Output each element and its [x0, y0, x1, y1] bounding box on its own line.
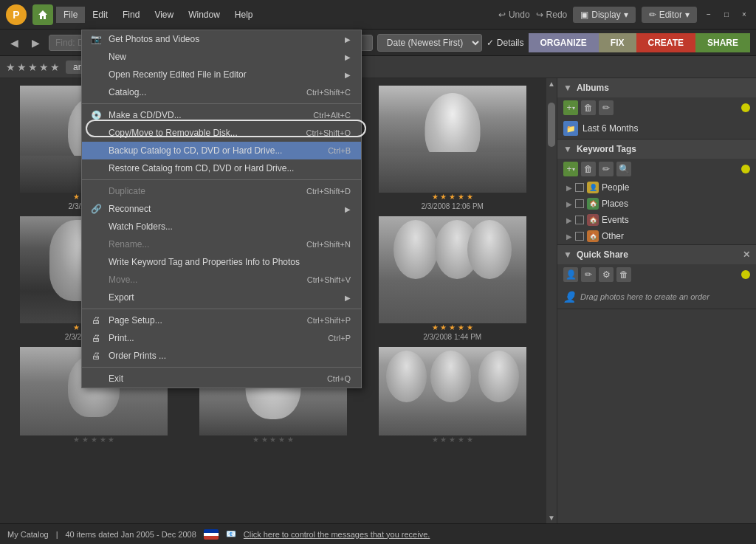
- menubar: File Edit Find View Window Help: [56, 7, 261, 23]
- menu-item-duplicate[interactable]: Duplicate Ctrl+Shift+D: [82, 182, 361, 200]
- tag-checkbox[interactable]: [575, 199, 584, 208]
- undo-button[interactable]: ↩ Undo: [498, 10, 530, 20]
- details-checkbox[interactable]: ✓ Details: [487, 38, 524, 48]
- menu-item-print[interactable]: 🖨 Print... Ctrl+P: [82, 329, 361, 347]
- menu-help[interactable]: Help: [227, 7, 261, 23]
- find-tag-button[interactable]: 🔍: [616, 162, 631, 176]
- scroll-thumb[interactable]: [548, 103, 555, 147]
- tab-fix[interactable]: FIX: [599, 33, 636, 52]
- reconnect-icon: 🔗: [89, 204, 103, 214]
- tag-item-people[interactable]: ▶ 👤 People: [563, 179, 756, 196]
- date-sort-select[interactable]: Date (Newest First): [377, 34, 482, 52]
- editor-arrow-icon: ▾: [685, 10, 690, 20]
- photo-item[interactable]: ★ ★ ★ ★ ★ 2/3/2008 1:44 PM: [365, 216, 539, 341]
- edit-quickshare-button[interactable]: ✏: [581, 267, 596, 282]
- menu-edit[interactable]: Edit: [85, 7, 115, 23]
- photo-item[interactable]: ★ ★ ★ ★ ★ 2/3/2008 12:06 PM: [365, 86, 539, 210]
- menu-item-watch-folders[interactable]: Watch Folders...: [82, 218, 361, 235]
- photo-item[interactable]: ★ ★ ★ ★ ★: [365, 347, 539, 445]
- editor-button[interactable]: ✏ Editor ▾: [642, 7, 697, 23]
- quick-share-close-button[interactable]: ✕: [743, 249, 750, 260]
- menu-item-page-setup[interactable]: 🖨 Page Setup... Ctrl+Shift+P: [82, 311, 361, 329]
- menu-view[interactable]: View: [147, 7, 181, 23]
- menu-item-rename[interactable]: Rename... Ctrl+Shift+N: [82, 235, 361, 253]
- quickshare-arrow-icon: ▼: [563, 249, 572, 260]
- photo-stars: ★ ★ ★ ★ ★: [432, 435, 473, 444]
- events-tag-icon: 🏠: [587, 214, 599, 226]
- menu-item-copy-move[interactable]: Copy/Move to Removable Disk... Ctrl+Shif…: [82, 124, 361, 142]
- contact-icon: 👤: [566, 269, 577, 280]
- menu-find[interactable]: Find: [115, 7, 147, 23]
- expand-arrow-icon: ▶: [566, 200, 572, 208]
- menu-item-open-recent[interactable]: Open Recently Edited File in Editor ▶: [82, 66, 361, 83]
- albums-header[interactable]: ▼ Albums: [557, 78, 756, 97]
- settings-quickshare-button[interactable]: ⚙: [599, 267, 614, 282]
- display-button[interactable]: ▣ Display ▾: [573, 7, 635, 23]
- menu-file[interactable]: File: [56, 7, 85, 23]
- minimize-button[interactable]: −: [703, 9, 715, 21]
- add-album-button[interactable]: + ▾: [563, 100, 578, 115]
- tab-organize[interactable]: ORGANIZE: [529, 33, 599, 52]
- tag-checkbox[interactable]: [575, 216, 584, 224]
- delete-quickshare-button[interactable]: 🗑: [616, 267, 631, 282]
- menu-item-label: Order Prints ...: [109, 351, 166, 361]
- menu-item-new[interactable]: New ▶: [82, 48, 361, 66]
- shortcut-label: Ctrl+Alt+C: [313, 111, 351, 120]
- details-label: Details: [497, 38, 524, 48]
- add-tag-button[interactable]: + ▾: [563, 162, 578, 176]
- redo-button[interactable]: ↪ Redo: [536, 10, 568, 20]
- star-3[interactable]: ★: [28, 61, 38, 73]
- keyword-tags-header[interactable]: ▼ Keyword Tags: [557, 140, 756, 159]
- tab-share[interactable]: SHARE: [695, 33, 750, 52]
- tag-item-other[interactable]: ▶ 🏠 Other: [563, 228, 756, 244]
- star-4[interactable]: ★: [39, 61, 49, 73]
- bulb-icon: [741, 270, 750, 279]
- forward-button[interactable]: ▶: [27, 35, 44, 50]
- scroll-track[interactable]: ▲ ▼: [546, 78, 557, 523]
- tag-checkbox[interactable]: [575, 232, 584, 241]
- menu-item-exit[interactable]: Exit Ctrl+Q: [82, 370, 361, 388]
- tag-checkbox[interactable]: [575, 183, 584, 192]
- edit-icon: ✏: [602, 164, 610, 174]
- menu-item-write-keyword[interactable]: Write Keyword Tag and Properties Info to…: [82, 253, 361, 271]
- people-tag-icon: 👤: [587, 182, 599, 193]
- quick-share-header[interactable]: ▼ Quick Share ✕: [557, 245, 756, 264]
- status-message[interactable]: Click here to control the messages that …: [244, 530, 430, 539]
- tag-item-events[interactable]: ▶ 🏠 Events: [563, 212, 756, 228]
- maximize-button[interactable]: □: [721, 9, 732, 21]
- menu-item-backup[interactable]: Backup Catalog to CD, DVD or Hard Drive.…: [82, 142, 361, 159]
- star-5[interactable]: ★: [50, 61, 60, 73]
- back-button[interactable]: ◀: [6, 35, 23, 50]
- edit-tag-button[interactable]: ✏: [599, 162, 614, 176]
- shortcut-label: Ctrl+P: [328, 334, 351, 342]
- menu-item-order-prints[interactable]: 🖨 Order Prints ...: [82, 347, 361, 365]
- menu-item-export[interactable]: Export ▶: [82, 289, 361, 306]
- shortcut-label: Ctrl+Q: [327, 374, 351, 383]
- menu-window[interactable]: Window: [181, 7, 227, 23]
- plus-icon: +: [566, 164, 571, 174]
- menu-item-catalog[interactable]: Catalog... Ctrl+Shift+C: [82, 83, 361, 101]
- menu-item-reconnect[interactable]: 🔗 Reconnect ▶: [82, 200, 361, 218]
- add-contact-button[interactable]: 👤: [563, 267, 578, 282]
- delete-tag-button[interactable]: 🗑: [581, 162, 596, 176]
- trash-icon: 🗑: [584, 103, 593, 113]
- close-button[interactable]: ×: [738, 9, 750, 21]
- edit-album-button[interactable]: ✏: [599, 100, 614, 115]
- menu-item-make-cd[interactable]: 💿 Make a CD/DVD... Ctrl+Alt+C: [82, 106, 361, 124]
- tags-toolbar: + ▾ 🗑 ✏ 🔍: [557, 159, 756, 179]
- album-item-last6months[interactable]: 📁 Last 6 Months: [557, 118, 756, 139]
- menu-item-label: Restore Catalog from CD, DVD or Hard Dri…: [109, 163, 294, 173]
- menu-item-label: Get Photos and Videos: [109, 34, 199, 44]
- right-panel: ▼ Albums + ▾ 🗑 ✏ 📁 Last: [557, 78, 756, 523]
- photo-stars: ★ ★ ★ ★ ★: [252, 435, 294, 444]
- star-2[interactable]: ★: [17, 61, 27, 73]
- star-1[interactable]: ★: [6, 61, 16, 73]
- delete-album-button[interactable]: 🗑: [581, 100, 596, 115]
- menu-item-restore[interactable]: Restore Catalog from CD, DVD or Hard Dri…: [82, 159, 361, 177]
- tag-item-places[interactable]: ▶ 🏠 Places: [563, 196, 756, 212]
- menu-item-move[interactable]: Move... Ctrl+Shift+V: [82, 271, 361, 289]
- home-button[interactable]: [32, 4, 53, 25]
- menu-item-get-photos[interactable]: 📷 Get Photos and Videos ▶: [82, 30, 361, 48]
- editor-label: Editor: [659, 10, 682, 20]
- tab-create[interactable]: CREATE: [636, 33, 695, 52]
